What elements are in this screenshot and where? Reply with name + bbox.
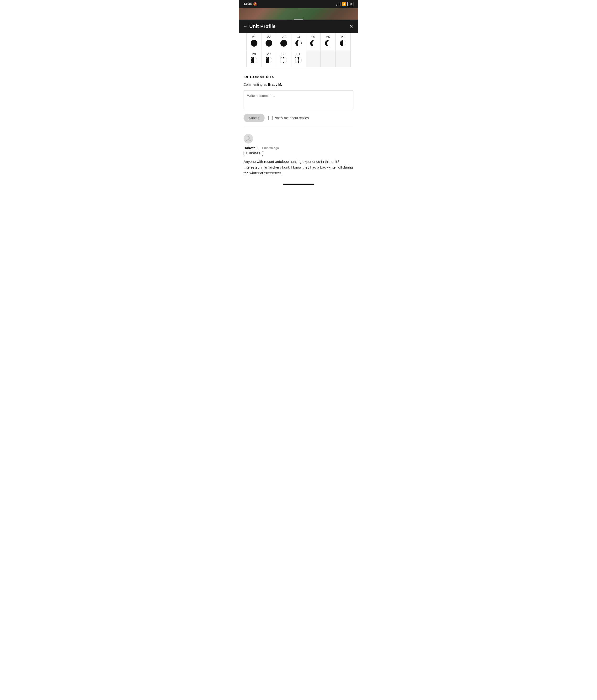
comments-section: 69 COMMENTS Commenting as Brady M. Submi… — [239, 67, 358, 122]
moon-phase-29 — [266, 57, 272, 64]
section-divider — [244, 127, 353, 127]
signal-bar-1 — [337, 4, 337, 6]
page-title: Unit Profile — [249, 24, 276, 29]
calendar-cell-26: 26 — [321, 33, 335, 50]
badge-label: INSIDER — [249, 152, 261, 155]
moon-phase-21 — [251, 40, 257, 47]
signal-bar-4 — [340, 2, 341, 6]
moon-phase-28 — [251, 57, 257, 64]
comment-actions: Submit Notify me about replies — [244, 114, 353, 122]
current-user-name: Brady M. — [268, 83, 282, 86]
home-indicator — [239, 181, 358, 187]
calendar-cell-empty-2 — [321, 50, 335, 67]
back-arrow-icon: ← — [244, 24, 247, 28]
page-header: ← Unit Profile ✕ — [239, 20, 358, 33]
battery-badge: 88 — [347, 2, 353, 6]
calendar-cell-31: 31 — [291, 50, 306, 67]
moon-phase-26 — [325, 40, 331, 47]
calendar-row-2: 28 29 30 — [247, 50, 350, 67]
calendar-grid: 21 22 23 24 25 — [246, 33, 351, 67]
wifi-icon: 📶 — [342, 2, 346, 6]
close-button[interactable]: ✕ — [349, 23, 353, 29]
signal-bar-3 — [339, 3, 339, 6]
calendar-cell-29: 29 — [262, 50, 276, 67]
calendar-section: 21 22 23 24 25 — [239, 33, 358, 67]
avatar — [244, 134, 253, 144]
commenting-as-label: Commenting as Brady M. — [244, 83, 353, 86]
comments-title: 69 COMMENTS — [244, 75, 353, 79]
comment-input[interactable] — [244, 90, 353, 109]
moon-phase-30 — [280, 57, 287, 64]
calendar-cell-empty-3 — [335, 50, 350, 67]
home-bar — [283, 183, 314, 185]
svg-rect-7 — [343, 40, 346, 46]
svg-point-1 — [298, 40, 301, 46]
time-display: 14:46 — [244, 2, 252, 6]
moon-phase-31 — [295, 57, 302, 64]
svg-point-17 — [280, 57, 284, 63]
calendar-cell-30: 30 — [276, 50, 291, 67]
moon-phase-24 — [295, 40, 302, 47]
submit-button[interactable]: Submit — [244, 114, 265, 122]
moon-phase-25 — [310, 40, 317, 47]
status-bar: 14:46 🔕 📶 88 — [239, 0, 358, 8]
comment-author-row: Dakota L. 1 month ago — [244, 146, 353, 150]
svg-point-23 — [247, 136, 250, 140]
notify-label[interactable]: Notify me about replies — [268, 116, 309, 120]
comment-item: Dakota L. 1 month ago ⬆ INSIDER Anyone w… — [239, 129, 358, 181]
notify-text: Notify me about replies — [275, 116, 309, 120]
svg-rect-10 — [251, 57, 254, 63]
map-preview — [239, 8, 358, 20]
svg-rect-13 — [266, 57, 269, 63]
calendar-cell-empty-1 — [306, 50, 321, 67]
comment-body: Anyone with recent antelope hunting expe… — [244, 159, 353, 176]
calendar-cell-21: 21 — [247, 33, 262, 50]
calendar-cell-27: 27 — [335, 33, 350, 50]
back-button[interactable]: ← Unit Profile — [244, 24, 276, 29]
comment-author: Dakota L. — [244, 146, 260, 150]
calendar-cell-23: 23 — [276, 33, 291, 50]
insider-icon: ⬆ — [246, 152, 248, 155]
signal-bars — [337, 2, 341, 6]
insider-badge: ⬆ INSIDER — [244, 151, 263, 156]
status-right: 📶 88 — [337, 2, 353, 6]
notify-checkbox[interactable] — [268, 116, 273, 120]
calendar-cell-22: 22 — [262, 33, 276, 50]
notification-icon: 🔕 — [253, 2, 257, 6]
status-left: 14:46 🔕 — [244, 2, 257, 6]
signal-bar-2 — [338, 4, 339, 6]
calendar-row-1: 21 22 23 24 25 — [247, 33, 350, 50]
comment-time: 1 month ago — [262, 146, 279, 150]
calendar-cell-28: 28 — [247, 50, 262, 67]
calendar-cell-24: 24 — [291, 33, 306, 50]
moon-phase-23 — [280, 40, 287, 47]
moon-phase-22 — [266, 40, 272, 47]
calendar-cell-25: 25 — [306, 33, 321, 50]
moon-phase-27 — [340, 40, 346, 47]
avatar-icon — [245, 135, 252, 142]
comment-header — [244, 134, 353, 144]
